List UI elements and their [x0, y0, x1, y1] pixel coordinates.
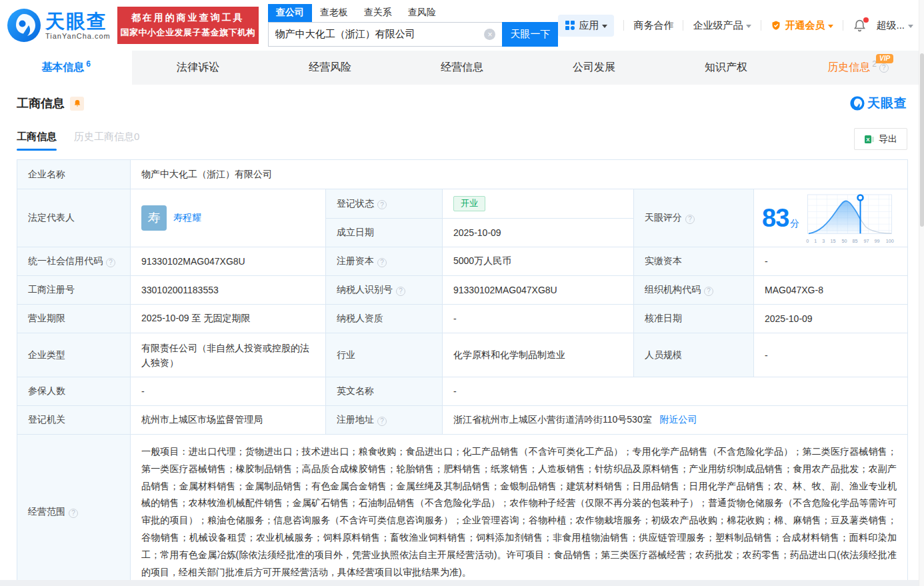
divider	[843, 20, 843, 31]
tianyancha-logo[interactable]: 天眼查 TianYanCha.com	[7, 8, 111, 43]
brand-domain: TianYanCha.com	[45, 32, 111, 40]
search-tab-company[interactable]: 查公司	[268, 4, 312, 22]
field-value-legal-rep: 寿 寿程耀	[131, 189, 326, 247]
field-value-reg-number: 330102001183553	[131, 276, 326, 305]
field-value-establish-date: 2025-10-09	[443, 219, 634, 247]
field-value-company-type: 有限责任公司（非自然人投资或控股的法人独资）	[131, 333, 326, 377]
divider	[761, 20, 761, 31]
apps-menu[interactable]: 应用	[558, 15, 614, 37]
tab-intellectual-property[interactable]: 知识产权	[660, 51, 792, 85]
help-icon[interactable]: ?	[685, 215, 695, 224]
header-menu: 应用 商务合作 企业级产品 开通会员	[558, 15, 913, 37]
field-value-reg-capital: 5000万人民币	[443, 247, 634, 276]
menu-super-vip[interactable]: 超级...	[876, 19, 913, 32]
clear-search-icon[interactable]: ×	[484, 29, 495, 40]
slogan-line1: 都在用的商业查询工具	[131, 12, 245, 24]
field-label-taxpayer-id: 纳税人识别号?	[326, 276, 443, 305]
field-label-reg-status: 登记状态?	[326, 189, 443, 219]
table-row-legal-rep: 法定代表人 寿 寿程耀 登记状态? 开业 天眼评分?	[17, 189, 908, 219]
field-label-business-term: 营业期限	[17, 305, 131, 333]
search-input[interactable]	[269, 29, 485, 40]
divider	[683, 20, 683, 31]
subtab-row: 工商信息 历史工商信息0 X 导出	[17, 128, 907, 151]
vip-badge-icon	[771, 20, 781, 31]
tab-history-info[interactable]: 历史信息 2 ? VIP	[792, 51, 924, 85]
field-value-reg-address: 浙江省杭州市上城区小营街道清吟街110号530室 附近公司	[443, 406, 908, 435]
help-icon[interactable]: ?	[704, 287, 713, 296]
search-tabs: 查公司 查老板 查关系 查风险	[268, 4, 559, 22]
chevron-down-icon	[828, 25, 833, 28]
field-label-staff-size: 人员规模	[634, 333, 754, 377]
chevron-down-icon	[746, 25, 751, 28]
field-value-insured-count: -	[131, 377, 326, 406]
search-tab-risk[interactable]: 查风险	[400, 4, 444, 22]
field-value-reg-authority: 杭州市上城区市场监督管理局	[131, 406, 326, 435]
tab-operation-risk[interactable]: 经营风险	[264, 51, 396, 85]
main-content: 工商信息 天眼查 工商信息 历史工商信息0	[0, 95, 924, 586]
help-icon[interactable]: ?	[396, 287, 405, 296]
score-distribution-chart[interactable]: 01 315 5085 9799 100	[806, 193, 895, 244]
field-label-approval-date: 核准日期	[634, 305, 754, 333]
business-info-table: 企业名称 物产中大化工（浙江）有限公司 法定代表人 寿 寿程耀 登记状态?	[17, 159, 908, 586]
menu-cooperation[interactable]: 商务合作	[633, 19, 673, 32]
menu-enterprise-products[interactable]: 企业级产品	[693, 19, 751, 32]
table-row-business-scope: 经营范围? 一般项目：进出口代理；货物进出口；技术进出口；粮食收购；食品进出口；…	[17, 435, 908, 586]
tab-badge: 6	[86, 59, 91, 69]
field-label-score: 天眼评分?	[634, 189, 754, 247]
field-value-company-name: 物产中大化工（浙江）有限公司	[131, 160, 908, 189]
field-value-paid-capital: -	[754, 247, 908, 276]
watermark-text: 天眼查	[867, 95, 907, 112]
watermark-logo-icon	[850, 96, 865, 111]
notification-dot	[863, 17, 869, 23]
field-label-company-name: 企业名称	[17, 160, 131, 189]
field-value-org-code: MAG047XG-8	[754, 276, 908, 305]
apps-grid-icon	[565, 20, 575, 31]
field-label-business-scope: 经营范围?	[17, 435, 131, 586]
tab-operation-info[interactable]: 经营信息	[396, 51, 528, 85]
scrollbar[interactable]	[919, 0, 924, 586]
subtab-business-info[interactable]: 工商信息	[17, 131, 57, 151]
help-icon[interactable]: ?	[377, 258, 387, 267]
tianyancha-logo-icon	[7, 8, 41, 43]
divider	[623, 20, 624, 31]
score-number: 83分	[762, 204, 799, 233]
section-title: 工商信息	[17, 95, 65, 111]
field-label-credit-code: 统一社会信用代码?	[17, 247, 131, 276]
field-value-business-term: 2025-10-09 至 无固定期限	[131, 305, 326, 333]
search-tab-boss[interactable]: 查老板	[312, 4, 356, 22]
field-label-company-type: 企业类型	[17, 333, 131, 377]
status-badge: 开业	[453, 196, 485, 211]
subtab-history-business-info[interactable]: 历史工商信息0	[74, 131, 139, 151]
table-row-credit-code: 统一社会信用代码? 91330102MAG047XG8U 注册资本? 5000万…	[17, 247, 908, 276]
help-icon[interactable]: ?	[69, 509, 78, 518]
legal-rep-link[interactable]: 寿程耀	[173, 212, 201, 224]
field-label-reg-capital: 注册资本?	[326, 247, 443, 276]
field-label-insured-count: 参保人数	[17, 377, 131, 406]
field-label-taxpayer-quality: 纳税人资质	[326, 305, 443, 333]
help-icon[interactable]: ?	[377, 200, 387, 209]
brand-name: 天眼查	[45, 11, 111, 31]
legal-rep-avatar[interactable]: 寿	[141, 205, 167, 231]
field-label-english-name: 英文名称	[326, 377, 443, 406]
chevron-down-icon	[908, 25, 913, 28]
company-nav-tabs: 基本信息 6 法律诉讼 经营风险 经营信息 公司发展 知识产权 历史信息 2 ?…	[0, 51, 924, 85]
monitor-bell-icon[interactable]	[70, 97, 84, 111]
tab-legal-litigation[interactable]: 法律诉讼	[132, 51, 264, 85]
field-value-score: 83分	[754, 189, 908, 247]
slogan-line2: 国家中小企业发展子基金旗下机构	[121, 27, 256, 39]
nearby-companies-link[interactable]: 附近公司	[660, 414, 697, 425]
tianyancha-company-page: 天眼查 TianYanCha.com 都在用的商业查询工具 国家中小企业发展子基…	[0, 0, 924, 586]
help-icon[interactable]: ?	[106, 258, 115, 267]
help-icon[interactable]: ?	[377, 417, 387, 426]
notification-bell[interactable]	[853, 19, 867, 33]
tab-basic-info[interactable]: 基本信息 6	[0, 51, 132, 85]
scrollbar-thumb[interactable]	[920, 53, 924, 227]
vip-tag: VIP	[876, 54, 893, 63]
question-icon[interactable]: ?	[879, 63, 889, 73]
search-button[interactable]: 天眼一下	[502, 22, 558, 47]
search-area: 查公司 查老板 查关系 查风险 × 天眼一下	[268, 4, 559, 47]
export-button[interactable]: X 导出	[854, 128, 907, 150]
search-tab-relation[interactable]: 查关系	[356, 4, 400, 22]
menu-open-vip[interactable]: 开通会员	[771, 19, 833, 32]
tab-company-development[interactable]: 公司发展	[528, 51, 660, 85]
